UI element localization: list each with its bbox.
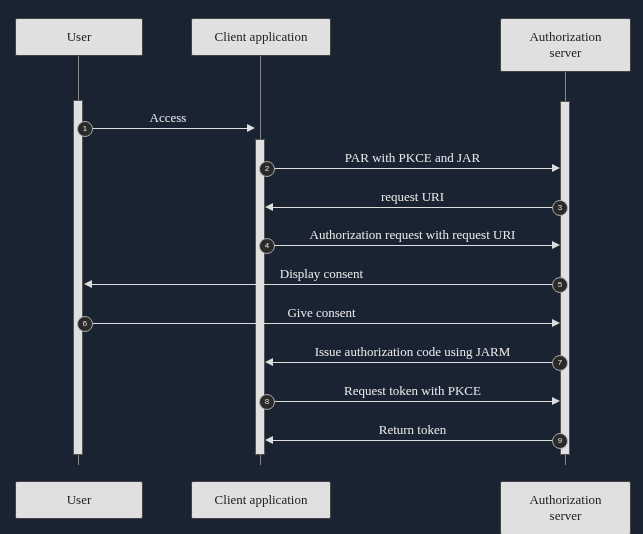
arrow-head-1: [247, 124, 255, 132]
seq-num-3: 3: [552, 200, 568, 216]
arrow-head-6: [552, 319, 560, 327]
seq-num-5: 5: [552, 277, 568, 293]
msg-label-3: request URI: [266, 189, 559, 205]
seq-num-1: 1: [77, 121, 93, 137]
arrow-4: [266, 245, 552, 246]
participant-client-top: Client application: [191, 18, 331, 56]
seq-num-6: 6: [77, 316, 93, 332]
arrow-head-3: [265, 203, 273, 211]
arrow-head-5: [84, 280, 92, 288]
participant-label: Client application: [215, 492, 308, 507]
activation-user: [73, 100, 83, 455]
arrow-head-4: [552, 241, 560, 249]
arrow-head-2: [552, 164, 560, 172]
participant-auth-bottom: Authorization server: [500, 481, 631, 534]
arrow-head-7: [265, 358, 273, 366]
msg-label-4: Authorization request with request URI: [266, 227, 559, 243]
seq-num-7: 7: [552, 355, 568, 371]
participant-label: User: [67, 492, 92, 507]
arrow-6: [84, 323, 552, 324]
arrow-9: [273, 440, 559, 441]
msg-label-9: Return token: [266, 422, 559, 438]
msg-label-2: PAR with PKCE and JAR: [266, 150, 559, 166]
msg-label-1: Access: [84, 110, 252, 126]
participant-label: Authorization server: [529, 29, 601, 60]
seq-num-4: 4: [259, 238, 275, 254]
msg-label-8: Request token with PKCE: [266, 383, 559, 399]
arrow-head-9: [265, 436, 273, 444]
arrow-head-8: [552, 397, 560, 405]
msg-label-7: Issue authorization code using JARM: [266, 344, 559, 360]
seq-num-9: 9: [552, 433, 568, 449]
participant-user-bottom: User: [15, 481, 143, 519]
participant-auth-top: Authorization server: [500, 18, 631, 72]
arrow-1: [84, 128, 247, 129]
participant-label: Client application: [215, 29, 308, 44]
msg-label-6: Give consent: [84, 305, 559, 321]
arrow-3: [273, 207, 559, 208]
msg-label-5: Display consent: [84, 266, 559, 282]
participant-label: User: [67, 29, 92, 44]
seq-num-2: 2: [259, 161, 275, 177]
arrow-2: [266, 168, 552, 169]
participant-client-bottom: Client application: [191, 481, 331, 519]
arrow-5: [92, 284, 559, 285]
participant-label: Authorization server: [529, 492, 601, 523]
arrow-7: [273, 362, 559, 363]
arrow-8: [266, 401, 552, 402]
participant-user-top: User: [15, 18, 143, 56]
seq-num-8: 8: [259, 394, 275, 410]
